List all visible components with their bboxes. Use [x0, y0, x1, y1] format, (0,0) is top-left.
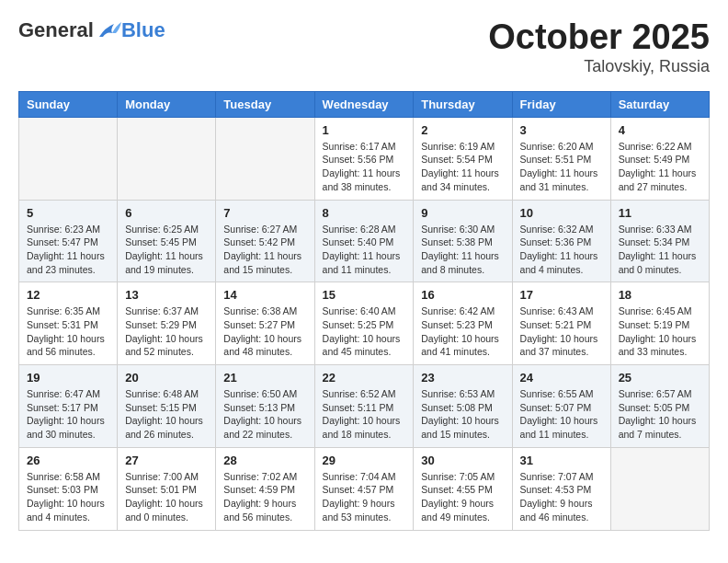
- day-number: 31: [520, 454, 603, 467]
- day-number: 26: [27, 454, 109, 467]
- day-number: 13: [125, 288, 208, 302]
- day-info: Sunrise: 6:19 AM Sunset: 5:54 PM Dayligh…: [421, 140, 504, 194]
- calendar-table: SundayMondayTuesdayWednesdayThursdayFrid…: [18, 91, 710, 531]
- day-info: Sunrise: 6:42 AM Sunset: 5:23 PM Dayligh…: [421, 304, 504, 359]
- day-info: Sunrise: 6:22 AM Sunset: 5:49 PM Dayligh…: [619, 140, 701, 194]
- day-number: 17: [520, 288, 603, 302]
- day-info: Sunrise: 6:25 AM Sunset: 5:45 PM Dayligh…: [125, 223, 208, 277]
- day-number: 14: [223, 288, 306, 302]
- calendar-day-cell: 8Sunrise: 6:28 AM Sunset: 5:40 PM Daylig…: [314, 200, 414, 282]
- day-number: 19: [27, 371, 109, 385]
- day-info: Sunrise: 6:40 AM Sunset: 5:25 PM Dayligh…: [323, 304, 406, 359]
- logo-bird-icon: [96, 20, 121, 40]
- day-info: Sunrise: 7:02 AM Sunset: 4:59 PM Dayligh…: [223, 470, 306, 524]
- day-info: Sunrise: 6:55 AM Sunset: 5:07 PM Dayligh…: [520, 387, 603, 442]
- day-info: Sunrise: 6:37 AM Sunset: 5:29 PM Dayligh…: [125, 304, 208, 359]
- calendar-week-row: 26Sunrise: 6:58 AM Sunset: 5:03 PM Dayli…: [19, 447, 710, 530]
- calendar-day-cell: 5Sunrise: 6:23 AM Sunset: 5:47 PM Daylig…: [19, 200, 118, 282]
- day-number: 12: [27, 288, 109, 302]
- weekday-header: Thursday: [414, 91, 512, 117]
- weekday-header: Monday: [118, 91, 216, 117]
- weekday-header: Friday: [512, 91, 610, 117]
- day-number: 10: [520, 206, 603, 220]
- calendar-day-cell: 29Sunrise: 7:04 AM Sunset: 4:57 PM Dayli…: [314, 447, 414, 530]
- day-number: 25: [619, 371, 701, 385]
- calendar-day-cell: 22Sunrise: 6:52 AM Sunset: 5:11 PM Dayli…: [314, 365, 414, 448]
- day-info: Sunrise: 6:45 AM Sunset: 5:19 PM Dayligh…: [619, 304, 701, 359]
- weekday-header: Tuesday: [216, 91, 314, 117]
- day-info: Sunrise: 6:32 AM Sunset: 5:36 PM Dayligh…: [520, 223, 603, 277]
- day-info: Sunrise: 7:07 AM Sunset: 4:53 PM Dayligh…: [520, 470, 603, 524]
- day-number: 1: [323, 123, 406, 137]
- day-info: Sunrise: 6:50 AM Sunset: 5:13 PM Dayligh…: [223, 387, 306, 442]
- month-title: October 2025 Talovskiy, Russia: [488, 18, 710, 76]
- day-number: 27: [125, 454, 208, 467]
- location-heading: Talovskiy, Russia: [488, 57, 710, 76]
- calendar-day-cell: [19, 117, 118, 200]
- calendar-day-cell: 23Sunrise: 6:53 AM Sunset: 5:08 PM Dayli…: [414, 365, 512, 448]
- day-number: 16: [421, 288, 504, 302]
- calendar-day-cell: 30Sunrise: 7:05 AM Sunset: 4:55 PM Dayli…: [414, 447, 512, 530]
- calendar-day-cell: 2Sunrise: 6:19 AM Sunset: 5:54 PM Daylig…: [414, 117, 512, 200]
- day-number: 9: [421, 206, 504, 220]
- calendar-day-cell: 18Sunrise: 6:45 AM Sunset: 5:19 PM Dayli…: [610, 282, 709, 365]
- day-number: 11: [619, 206, 701, 220]
- calendar-day-cell: 26Sunrise: 6:58 AM Sunset: 5:03 PM Dayli…: [19, 447, 118, 530]
- page-header: General Blue October 2025 Talovskiy, Rus…: [18, 18, 710, 76]
- day-info: Sunrise: 6:47 AM Sunset: 5:17 PM Dayligh…: [27, 387, 109, 442]
- calendar-day-cell: 27Sunrise: 7:00 AM Sunset: 5:01 PM Dayli…: [118, 447, 216, 530]
- month-heading: October 2025: [488, 18, 710, 57]
- calendar-day-cell: 3Sunrise: 6:20 AM Sunset: 5:51 PM Daylig…: [512, 117, 610, 200]
- calendar-day-cell: 19Sunrise: 6:47 AM Sunset: 5:17 PM Dayli…: [19, 365, 118, 448]
- day-info: Sunrise: 6:35 AM Sunset: 5:31 PM Dayligh…: [27, 304, 109, 359]
- day-info: Sunrise: 7:00 AM Sunset: 5:01 PM Dayligh…: [125, 470, 208, 524]
- day-number: 30: [421, 454, 504, 467]
- day-number: 22: [323, 371, 406, 385]
- day-number: 5: [27, 206, 109, 220]
- day-number: 28: [223, 454, 306, 467]
- day-number: 4: [619, 123, 701, 137]
- calendar-day-cell: 28Sunrise: 7:02 AM Sunset: 4:59 PM Dayli…: [216, 447, 314, 530]
- day-info: Sunrise: 6:17 AM Sunset: 5:56 PM Dayligh…: [323, 140, 406, 194]
- calendar-week-row: 5Sunrise: 6:23 AM Sunset: 5:47 PM Daylig…: [19, 200, 710, 282]
- calendar-day-cell: [118, 117, 216, 200]
- calendar-day-cell: 4Sunrise: 6:22 AM Sunset: 5:49 PM Daylig…: [610, 117, 709, 200]
- day-info: Sunrise: 6:58 AM Sunset: 5:03 PM Dayligh…: [27, 470, 109, 524]
- calendar-day-cell: 1Sunrise: 6:17 AM Sunset: 5:56 PM Daylig…: [314, 117, 414, 200]
- weekday-header: Saturday: [610, 91, 709, 117]
- calendar-day-cell: 11Sunrise: 6:33 AM Sunset: 5:34 PM Dayli…: [610, 200, 709, 282]
- day-number: 2: [421, 123, 504, 137]
- logo-general-text: General: [18, 18, 94, 42]
- calendar-day-cell: 25Sunrise: 6:57 AM Sunset: 5:05 PM Dayli…: [610, 365, 709, 448]
- day-info: Sunrise: 7:04 AM Sunset: 4:57 PM Dayligh…: [323, 470, 406, 524]
- calendar-week-row: 1Sunrise: 6:17 AM Sunset: 5:56 PM Daylig…: [19, 117, 710, 200]
- weekday-header: Sunday: [19, 91, 118, 117]
- day-info: Sunrise: 6:20 AM Sunset: 5:51 PM Dayligh…: [520, 140, 603, 194]
- calendar-day-cell: 16Sunrise: 6:42 AM Sunset: 5:23 PM Dayli…: [414, 282, 512, 365]
- calendar-day-cell: [216, 117, 314, 200]
- calendar-day-cell: 13Sunrise: 6:37 AM Sunset: 5:29 PM Dayli…: [118, 282, 216, 365]
- calendar-day-cell: 21Sunrise: 6:50 AM Sunset: 5:13 PM Dayli…: [216, 365, 314, 448]
- calendar-day-cell: 10Sunrise: 6:32 AM Sunset: 5:36 PM Dayli…: [512, 200, 610, 282]
- calendar-day-cell: [610, 447, 709, 530]
- day-info: Sunrise: 6:52 AM Sunset: 5:11 PM Dayligh…: [323, 387, 406, 442]
- day-number: 6: [125, 206, 208, 220]
- calendar-day-cell: 15Sunrise: 6:40 AM Sunset: 5:25 PM Dayli…: [314, 282, 414, 365]
- weekday-header-row: SundayMondayTuesdayWednesdayThursdayFrid…: [19, 91, 710, 117]
- day-number: 23: [421, 371, 504, 385]
- day-info: Sunrise: 7:05 AM Sunset: 4:55 PM Dayligh…: [421, 470, 504, 524]
- day-info: Sunrise: 6:27 AM Sunset: 5:42 PM Dayligh…: [223, 223, 306, 277]
- calendar-day-cell: 7Sunrise: 6:27 AM Sunset: 5:42 PM Daylig…: [216, 200, 314, 282]
- day-number: 21: [223, 371, 306, 385]
- day-info: Sunrise: 6:33 AM Sunset: 5:34 PM Dayligh…: [619, 223, 701, 277]
- day-info: Sunrise: 6:43 AM Sunset: 5:21 PM Dayligh…: [520, 304, 603, 359]
- calendar-day-cell: 24Sunrise: 6:55 AM Sunset: 5:07 PM Dayli…: [512, 365, 610, 448]
- day-number: 20: [125, 371, 208, 385]
- day-info: Sunrise: 6:23 AM Sunset: 5:47 PM Dayligh…: [27, 223, 109, 277]
- calendar-day-cell: 9Sunrise: 6:30 AM Sunset: 5:38 PM Daylig…: [414, 200, 512, 282]
- calendar-day-cell: 12Sunrise: 6:35 AM Sunset: 5:31 PM Dayli…: [19, 282, 118, 365]
- day-number: 29: [323, 454, 406, 467]
- day-number: 8: [323, 206, 406, 220]
- day-number: 15: [323, 288, 406, 302]
- calendar-day-cell: 31Sunrise: 7:07 AM Sunset: 4:53 PM Dayli…: [512, 447, 610, 530]
